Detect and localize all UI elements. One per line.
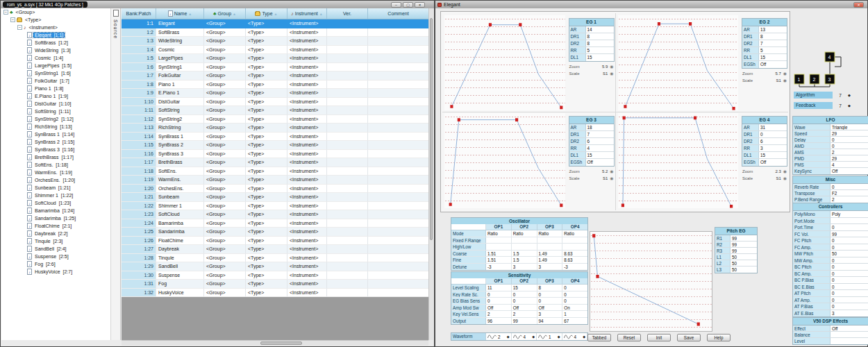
eg3-graph[interactable]: [444, 113, 565, 208]
scale-knob-icon[interactable]: ◉: [610, 176, 613, 180]
table-row[interactable]: 1:10 DistGuitar <Group> <Type> <Instrume…: [122, 98, 428, 107]
feedback-value[interactable]: 7: [835, 103, 845, 108]
param-value[interactable]: 0: [831, 237, 868, 244]
param-value[interactable]: 50: [731, 266, 757, 273]
tree-patch-item[interactable]: ♪ Cosmic [1:4]: [1, 54, 110, 62]
op2-value[interactable]: [512, 244, 537, 250]
tree-patch-item[interactable]: ♪ SoftString [1:11]: [1, 108, 110, 115]
op2-value[interactable]: 0: [512, 291, 537, 298]
editor-button[interactable]: Tabbed: [587, 334, 611, 341]
tree-patch-item[interactable]: ♪ BrethBrass [1:17]: [1, 153, 110, 161]
op1-value[interactable]: 0: [486, 298, 512, 304]
tree-patch-item[interactable]: ♪ Sunbeam [1:21]: [1, 184, 110, 192]
tree-patch-item[interactable]: ♪ Shimmer 1 [1:22]: [1, 192, 110, 199]
source-tab[interactable]: Source: [113, 19, 118, 39]
scrollbar-thumb[interactable]: [260, 341, 302, 345]
op1-value[interactable]: Off: [486, 305, 512, 311]
op4-value[interactable]: [562, 244, 587, 250]
op1-value[interactable]: 0: [486, 291, 512, 298]
param-value[interactable]: 15: [586, 54, 614, 61]
param-value[interactable]: 3: [831, 310, 868, 317]
table-row[interactable]: 1:27 Daybreak <Group> <Type> <Instrument…: [122, 245, 428, 254]
vertical-scrollbar[interactable]: [428, 8, 433, 340]
tree-patch-item[interactable]: ♪ SoftEns. [1:18]: [1, 161, 110, 169]
table-row[interactable]: 1:14 SynBrass 1 <Group> <Type> <Instrume…: [122, 133, 428, 142]
param-value[interactable]: 3: [759, 145, 787, 151]
close-button[interactable]: ✕: [415, 2, 425, 8]
param-value[interactable]: 50: [731, 260, 757, 266]
table-row[interactable]: 1:26 FloatChime <Group> <Type> <Instrume…: [122, 237, 428, 246]
op1-value[interactable]: 2: [486, 311, 512, 317]
op1-value[interactable]: 96: [486, 318, 512, 325]
tree-patch-item[interactable]: ♪ Elegant [1:1]: [1, 31, 110, 39]
pitch-eg-graph[interactable]: [590, 231, 712, 332]
param-value[interactable]: 0: [831, 297, 868, 303]
tree-patch-item[interactable]: ♪ FolkGuitar [1:7]: [1, 77, 110, 85]
table-row[interactable]: 1:4 Cosmic <Group> <Type> <Instrument>: [122, 46, 428, 55]
op3-value[interactable]: Ratio: [537, 230, 563, 237]
pitch-envelope-handles[interactable]: [592, 234, 700, 325]
param-value[interactable]: 8: [586, 33, 614, 40]
header-ver[interactable]: Ver.: [327, 8, 368, 19]
table-row[interactable]: 1:13 RichString <Group> <Type> <Instrume…: [122, 124, 428, 133]
tree-node-instrument[interactable]: − ♪ <Instrument>: [1, 24, 110, 31]
minimize-button[interactable]: –: [391, 2, 401, 8]
op3-value[interactable]: 1.49: [537, 257, 563, 263]
tree-patch-item[interactable]: ♪ SoftCloud [1:23]: [1, 199, 110, 207]
op4-value[interactable]: 0: [562, 285, 587, 291]
op4-value[interactable]: 67: [562, 318, 587, 325]
param-value[interactable]: 99: [831, 231, 868, 237]
param-value[interactable]: 4: [586, 145, 614, 151]
tree-patch-item[interactable]: ♪ Bamarimba [1:24]: [1, 207, 110, 214]
op2-value[interactable]: 1.5: [512, 257, 537, 263]
waveform-cell[interactable]: 1 ◆: [537, 333, 562, 340]
op2-value[interactable]: 0: [512, 298, 537, 304]
param-value[interactable]: Off: [759, 61, 787, 68]
op4-value[interactable]: 1: [562, 311, 587, 317]
table-row[interactable]: 1:6 SynString1 <Group> <Type> <Instrumen…: [122, 63, 428, 72]
tree-node-group[interactable]: − ♣ <Group>: [1, 8, 110, 16]
param-value[interactable]: [831, 218, 868, 224]
spinner-icon[interactable]: ◆: [532, 335, 535, 339]
waveform-cell[interactable]: 2 ◆: [486, 333, 512, 340]
param-value[interactable]: Poly: [831, 211, 868, 217]
tree-patch-item[interactable]: ♪ SynBrass 3 [1:16]: [1, 146, 110, 153]
collapse-icon[interactable]: −: [3, 10, 8, 15]
op2-value[interactable]: 2: [512, 311, 537, 317]
param-value[interactable]: 0: [831, 290, 868, 296]
collapse-icon[interactable]: −: [17, 25, 22, 30]
op2-value[interactable]: Ratio: [512, 230, 537, 237]
param-value[interactable]: 0: [831, 137, 868, 142]
waveform-cell[interactable]: 4 ◆: [562, 333, 588, 340]
table-row[interactable]: 1:30 Suspense <Group> <Type> <Instrument…: [122, 271, 428, 280]
op3-value[interactable]: 0: [537, 298, 563, 304]
eg3-envelope-handles[interactable]: [449, 118, 563, 207]
zoom-knob-icon[interactable]: ◉: [783, 71, 787, 76]
tree-patch-item[interactable]: ♪ SynBrass 2 [1:15]: [1, 138, 110, 146]
table-row[interactable]: 1:9 E.Piano 1 <Group> <Type> <Instrument…: [122, 89, 428, 98]
table-row[interactable]: 1:11 SoftString <Group> <Type> <Instrume…: [122, 106, 428, 115]
param-value[interactable]: 0: [831, 284, 868, 290]
collapse-icon[interactable]: −: [10, 17, 15, 22]
tree-patch-item[interactable]: ♪ Piano 1 [1:8]: [1, 85, 110, 92]
table-row[interactable]: 1:7 FolkGuitar <Group> <Type> <Instrumen…: [122, 71, 428, 81]
op2-value[interactable]: 1.5: [512, 251, 537, 257]
param-value[interactable]: 0: [831, 277, 868, 283]
horizontal-scrollbar[interactable]: [122, 340, 428, 346]
maximize-button[interactable]: ▢: [403, 2, 413, 8]
op2-value[interactable]: 3: [512, 264, 537, 271]
spinner-icon[interactable]: ◆: [583, 335, 585, 339]
param-value[interactable]: 13: [759, 26, 787, 33]
param-value[interactable]: 15: [759, 152, 787, 158]
header-name[interactable]: ♪Name▲: [156, 8, 204, 19]
param-value[interactable]: 0: [831, 264, 868, 270]
table-row[interactable]: 1:31 Fog <Group> <Type> <Instrument>: [122, 280, 428, 289]
param-value[interactable]: Off: [831, 168, 868, 174]
param-value[interactable]: 5: [759, 47, 787, 53]
tree-patch-item[interactable]: ♪ Suspense [2:5]: [1, 253, 110, 260]
eg1-envelope-handles[interactable]: [450, 23, 562, 109]
op1-value[interactable]: [486, 244, 512, 250]
scrollbar-thumb[interactable]: [430, 18, 433, 240]
spinner-icon[interactable]: ◆: [848, 103, 851, 108]
table-row[interactable]: 1:22 Shimmer 1 <Group> <Type> <Instrumen…: [122, 202, 428, 211]
